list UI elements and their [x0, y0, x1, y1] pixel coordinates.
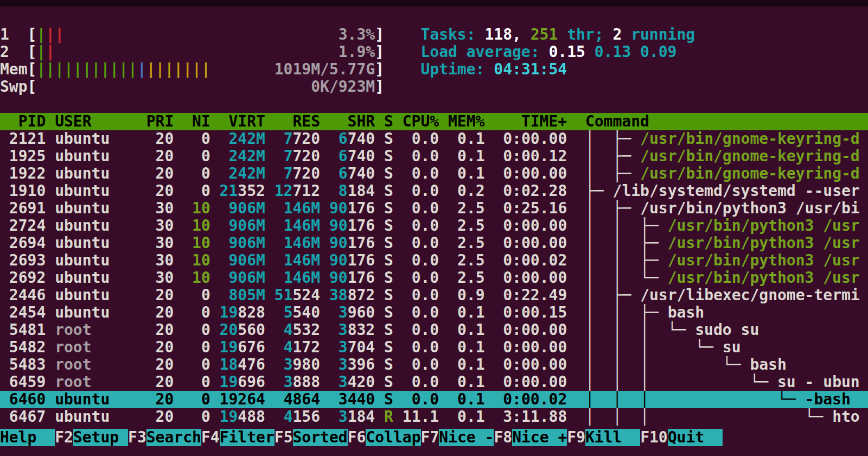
- pri-cell: 30: [146, 200, 183, 217]
- process-row-2692[interactable]: 2692 ubuntu 30 10 906M 146M 90176 S 0.0 …: [0, 269, 868, 287]
- virt-cell: 906M: [220, 252, 275, 269]
- fkey-label: Search: [146, 429, 201, 446]
- fkey-f7-nice[interactable]: F7Nice -: [421, 429, 494, 446]
- ni-cell: 0: [183, 408, 219, 426]
- meter-open-bracket: [: [28, 78, 37, 96]
- virt-cell: 19828: [220, 304, 275, 321]
- process-row-2724[interactable]: 2724 ubuntu 30 10 906M 146M 90176 S 0.0 …: [0, 217, 868, 235]
- fkey-f5-sorted[interactable]: F5Sorted: [275, 429, 348, 446]
- process-row-6467[interactable]: 6467 ubuntu 20 0 19488 4156 3184 R 11.1 …: [0, 408, 868, 426]
- time-cell: 0:00.12: [494, 148, 585, 165]
- tree-branch: │ │ ├─: [585, 304, 668, 321]
- fkey-f8-nice[interactable]: F8Nice +: [494, 429, 567, 446]
- mem-percent-cell: 2.5: [448, 217, 494, 235]
- virt-cell: 19488: [220, 408, 275, 426]
- fkey-f3-search[interactable]: F3Search: [128, 429, 201, 446]
- uptime-line: Uptime: 04:31:54: [420, 61, 695, 78]
- fkey-number: F9: [567, 429, 585, 446]
- state-cell: S: [384, 217, 403, 235]
- cpu-percent-cell: 0.0: [403, 235, 448, 252]
- process-row-6460[interactable]: 6460 ubuntu 20 0 19264 4864 3440 S 0.0 0…: [0, 391, 868, 408]
- cpu2-meter-value: 1.9%: [55, 43, 375, 61]
- process-row-2694[interactable]: 2694 ubuntu 30 10 906M 146M 90176 S 0.0 …: [0, 235, 868, 252]
- tree-branch: │ ├─: [585, 130, 640, 148]
- fkey-label: Filter: [220, 429, 275, 446]
- process-row-5482[interactable]: 5482 root 20 0 19676 4172 3704 S 0.0 0.1…: [0, 339, 868, 356]
- fkey-label: Quit: [668, 429, 723, 446]
- time-cell: 0:00.00: [494, 269, 585, 287]
- process-row-5481[interactable]: 5481 root 20 0 20560 4532 3832 S 0.0 0.1…: [0, 321, 868, 339]
- process-row-2446[interactable]: 2446 ubuntu 20 0 805M 51524 38872 S 0.0 …: [0, 287, 868, 304]
- process-row-1910[interactable]: 1910 ubuntu 20 0 21352 12712 8184 S 0.0 …: [0, 182, 868, 200]
- process-row-1922[interactable]: 1922 ubuntu 20 0 242M 7720 6740 S 0.0 0.…: [0, 165, 868, 182]
- red-bar-segment: |: [46, 43, 55, 61]
- tree-branch: │ │ └─: [585, 269, 668, 287]
- pri-cell: 20: [146, 130, 183, 148]
- mem-percent-cell: 0.1: [448, 391, 494, 408]
- fkey-label: Sorted: [293, 429, 348, 446]
- mem-percent-cell: 0.9: [448, 287, 494, 304]
- time-cell: 0:00.00: [494, 235, 585, 252]
- state-cell: S: [384, 252, 403, 269]
- virt-cell: 21352: [220, 182, 275, 200]
- res-cell: 146M: [275, 235, 329, 252]
- ni-cell: 0: [183, 182, 219, 200]
- process-row-6459[interactable]: 6459 root 20 0 19696 3888 3420 S 0.0 0.1…: [0, 373, 868, 391]
- pri-cell: 30: [146, 235, 183, 252]
- tasks-label: Tasks:: [420, 26, 475, 43]
- res-cell: 146M: [275, 252, 329, 269]
- fkey-f2-setup[interactable]: F2Setup: [55, 429, 128, 446]
- state-cell: S: [384, 148, 403, 165]
- fkey-number: F6: [348, 429, 366, 446]
- cpu-percent-cell: 0.0: [403, 373, 448, 391]
- cpu-percent-cell: 0.0: [403, 391, 448, 408]
- user-cell: root: [55, 321, 146, 339]
- pid-cell: 5481: [0, 321, 55, 339]
- time-cell: 0:00.00: [494, 321, 585, 339]
- state-cell: R: [384, 408, 403, 426]
- shr-cell: 3440: [329, 391, 384, 408]
- user-cell: ubuntu: [55, 148, 146, 165]
- fkey-f6-collap[interactable]: F6Collap: [348, 429, 421, 446]
- mem-percent-cell: 0.1: [448, 321, 494, 339]
- fkey-help[interactable]: Help: [0, 429, 55, 446]
- mem-percent-cell: 0.1: [448, 130, 494, 148]
- res-cell: 4532: [275, 321, 329, 339]
- time-cell: 0:02.28: [494, 182, 585, 200]
- time-cell: 3:11.88: [494, 408, 585, 426]
- res-cell: 4864: [275, 391, 329, 408]
- cpu-percent-cell: 0.0: [403, 182, 448, 200]
- command-cell: /usr/bin/python3 /usr: [668, 269, 860, 287]
- res-cell: 146M: [275, 200, 329, 217]
- fkey-f10-quit[interactable]: F10Quit: [640, 429, 723, 446]
- process-row-2691[interactable]: 2691 ubuntu 30 10 906M 146M 90176 S 0.0 …: [0, 200, 868, 217]
- mem-percent-cell: 0.1: [448, 356, 494, 373]
- mem-percent-cell: 0.1: [448, 304, 494, 321]
- tree-branch: │ │ │ └─: [585, 339, 723, 356]
- user-cell: root: [55, 373, 146, 391]
- process-row-5483[interactable]: 5483 root 20 0 18476 3980 3396 S 0.0 0.1…: [0, 356, 868, 373]
- command-cell: hto: [832, 408, 860, 426]
- virt-cell: 19696: [220, 373, 275, 391]
- ni-cell: 0: [183, 356, 219, 373]
- pid-cell: 5482: [0, 339, 55, 356]
- res-cell: 3888: [275, 373, 329, 391]
- process-row-2693[interactable]: 2693 ubuntu 30 10 906M 146M 90176 S 0.0 …: [0, 252, 868, 269]
- state-cell: S: [384, 287, 403, 304]
- time-cell: 0:00.00: [494, 356, 585, 373]
- process-row-2454[interactable]: 2454 ubuntu 20 0 19828 5540 3960 S 0.0 0…: [0, 304, 868, 321]
- user-cell: ubuntu: [55, 304, 146, 321]
- process-row-2121[interactable]: 2121 ubuntu 20 0 242M 7720 6740 S 0.0 0.…: [0, 130, 868, 148]
- tree-branch: ├─: [585, 182, 613, 200]
- fkey-f9-kill[interactable]: F9Kill: [567, 429, 640, 446]
- command-cell: /usr/bin/python3 /usr: [668, 252, 860, 269]
- pri-cell: 30: [146, 252, 183, 269]
- state-cell: S: [384, 200, 403, 217]
- virt-cell: 906M: [220, 235, 275, 252]
- pri-cell: 20: [146, 373, 183, 391]
- fkey-f4-filter[interactable]: F4Filter: [201, 429, 275, 446]
- process-table-header[interactable]: PID USER PRI NI VIRT RES SHR S CPU% MEM%…: [0, 113, 868, 130]
- res-cell: 7720: [275, 148, 329, 165]
- process-row-1925[interactable]: 1925 ubuntu 20 0 242M 7720 6740 S 0.0 0.…: [0, 148, 868, 165]
- pid-cell: 1925: [0, 148, 55, 165]
